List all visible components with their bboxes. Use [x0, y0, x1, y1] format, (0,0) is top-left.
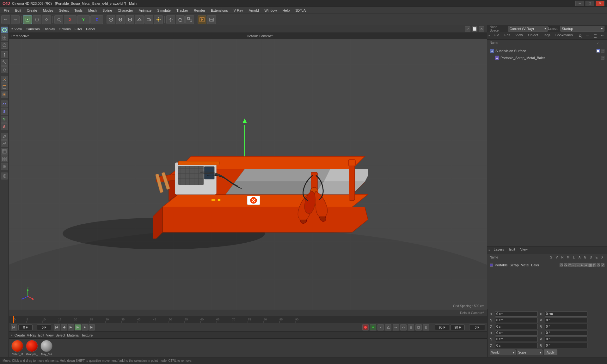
material-ball-grapple[interactable]: [26, 340, 38, 352]
menu-3dtall[interactable]: 3DToAll: [293, 8, 310, 13]
cube-tool-button[interactable]: [107, 15, 115, 24]
om-item-subdivision[interactable]: Subdivision Surface ⋯: [488, 47, 606, 54]
preview-start-input[interactable]: [435, 325, 449, 330]
tool-polygons[interactable]: [1, 91, 8, 98]
material-ball-cabin[interactable]: [11, 340, 23, 352]
play-backward-button[interactable]: [68, 324, 74, 331]
menu-render[interactable]: Render: [191, 8, 208, 13]
menu-spline[interactable]: Spline: [100, 8, 115, 13]
goto-start-button[interactable]: [54, 324, 60, 331]
menu-animate[interactable]: Animate: [136, 8, 154, 13]
menu-edit[interactable]: Edit: [13, 8, 24, 13]
tool-paint[interactable]: [1, 133, 8, 140]
tool-s2[interactable]: S: [1, 108, 8, 115]
apply-button[interactable]: Apply: [544, 349, 557, 355]
menu-simulate[interactable]: Simulate: [155, 8, 173, 13]
layer-icon-e2[interactable]: [597, 263, 600, 267]
plane-tool-button[interactable]: [135, 15, 144, 24]
menu-tools[interactable]: Tools: [72, 8, 85, 13]
current-frame-input[interactable]: [18, 325, 33, 330]
key-selection-button[interactable]: [385, 324, 391, 331]
timeline-start-btn[interactable]: [11, 324, 17, 331]
tool-terrain[interactable]: [1, 140, 8, 147]
transform-z-button[interactable]: Z: [90, 15, 103, 24]
layer-icon-d2[interactable]: [592, 263, 596, 267]
material-item-cabin[interactable]: Cabin_M: [11, 340, 23, 356]
layer-icon-play[interactable]: [580, 263, 584, 267]
tool-model[interactable]: [1, 27, 8, 33]
tool-uv[interactable]: [1, 34, 8, 41]
transform-x-button[interactable]: X: [64, 15, 77, 24]
preview-range-button[interactable]: [393, 324, 399, 331]
tool-s4[interactable]: S: [1, 123, 8, 130]
record-active-button[interactable]: [370, 324, 376, 331]
viewport-close-btn[interactable]: ✕: [479, 26, 484, 32]
camera-tool-button[interactable]: [144, 15, 153, 24]
tool-spline[interactable]: [1, 100, 8, 107]
om-menu-edit[interactable]: Edit: [502, 33, 512, 39]
layer-icon-camera[interactable]: [564, 263, 567, 267]
layers-menu-layers[interactable]: Layers: [492, 247, 506, 253]
auto-key-button[interactable]: [362, 324, 369, 331]
om-menu-tags[interactable]: Tags: [541, 33, 552, 39]
coord-z-input[interactable]: [495, 324, 538, 329]
layer-icon-s[interactable]: [560, 263, 563, 267]
om-layers-icon[interactable]: [592, 33, 598, 39]
material-item-tray[interactable]: Tray_MA: [40, 340, 52, 356]
goto-end-button[interactable]: [89, 324, 95, 331]
layer-icon-g2[interactable]: [588, 263, 592, 267]
maximize-button[interactable]: □: [586, 1, 594, 6]
key-all-button[interactable]: [377, 324, 384, 331]
material-ball-tray[interactable]: [40, 340, 52, 352]
coord-x-input[interactable]: [495, 311, 538, 317]
vp-menu-cameras[interactable]: Cameras: [26, 27, 40, 31]
menu-file[interactable]: File: [1, 8, 12, 13]
coord-h-size-input[interactable]: [545, 330, 587, 336]
sculpt-mode-button[interactable]: [33, 15, 41, 24]
menu-character[interactable]: Character: [115, 8, 136, 13]
coord-function-dropdown[interactable]: Scale ▾: [517, 349, 543, 355]
cylinder-tool-button[interactable]: [126, 15, 134, 24]
start-frame-input[interactable]: [37, 325, 51, 330]
layer-icon-mg[interactable]: M: [572, 263, 576, 267]
menu-select[interactable]: Select: [57, 8, 71, 13]
vp-menu-options[interactable]: Options: [59, 27, 71, 31]
close-button[interactable]: ✕: [596, 1, 604, 6]
coord-y-size-input[interactable]: [545, 318, 587, 323]
om-filter-icon[interactable]: [585, 33, 591, 39]
mat-menu-select[interactable]: Select: [55, 333, 65, 337]
tool-move[interactable]: [1, 51, 8, 58]
tool-scale2[interactable]: [1, 59, 8, 66]
transform-y-button[interactable]: Y: [77, 15, 90, 24]
viewport-fullscreen-btn[interactable]: ⬜: [472, 26, 477, 32]
layer-item-baler[interactable]: Portable_Scrap_Metal_Baler: [487, 262, 607, 269]
scale-tool-button[interactable]: [185, 15, 194, 24]
layout-dropdown[interactable]: Startup ▾: [560, 26, 604, 32]
tool-effector[interactable]: [1, 163, 8, 170]
layer-icon-x2[interactable]: [601, 263, 604, 267]
tool-cloner[interactable]: [1, 155, 8, 162]
om-menu-view[interactable]: View: [513, 33, 525, 39]
menu-window[interactable]: Window: [262, 8, 279, 13]
render-settings-button[interactable]: [207, 15, 216, 24]
title-bar-controls[interactable]: ─ □ ✕: [575, 1, 604, 6]
vp-menu-panel[interactable]: Panel: [86, 27, 95, 31]
coord-mode-dropdown[interactable]: World ▾: [490, 349, 516, 355]
frame-display[interactable]: [469, 325, 485, 330]
coord-b-input[interactable]: [495, 343, 538, 348]
coord-h-input[interactable]: [495, 330, 538, 336]
layers-menu-edit[interactable]: Edit: [507, 247, 517, 253]
menu-help[interactable]: Help: [280, 8, 292, 13]
render-button[interactable]: [198, 15, 206, 24]
play-forward-button[interactable]: [75, 324, 81, 331]
light-tool-button[interactable]: [154, 15, 163, 24]
step-back-button[interactable]: [61, 324, 67, 331]
preview-end-input[interactable]: [451, 325, 465, 330]
mat-menu-vray[interactable]: V-Ray: [27, 333, 36, 337]
mat-menu-material[interactable]: Material: [67, 333, 79, 337]
om-search-icon[interactable]: [577, 33, 584, 39]
mat-menu-view[interactable]: View: [46, 333, 54, 337]
layer-icon-mm[interactable]: M: [576, 263, 580, 267]
viewport-expand-btn[interactable]: ⤢: [465, 26, 470, 32]
record-sound-button[interactable]: [423, 324, 429, 331]
